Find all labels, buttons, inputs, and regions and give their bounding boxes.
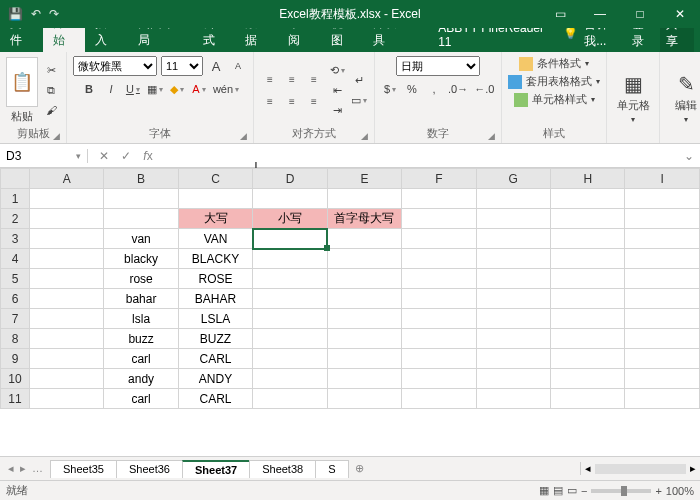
- worksheet-grid[interactable]: ABCDEFGHI12大写小写首字母大写3vanVAN4blackyBLACKY…: [0, 168, 700, 456]
- cell-A7[interactable]: [29, 309, 103, 329]
- format-painter-icon[interactable]: 🖌: [42, 101, 60, 119]
- cell-C3[interactable]: VAN: [178, 229, 252, 249]
- sheet-nav-first-icon[interactable]: ◂: [8, 462, 14, 475]
- sheet-tab-Sheet36[interactable]: Sheet36: [116, 460, 183, 478]
- cell-I1[interactable]: [625, 189, 700, 209]
- cell-G1[interactable]: [476, 189, 550, 209]
- hscroll-right-icon[interactable]: ▸: [690, 462, 696, 475]
- cell-A10[interactable]: [29, 369, 103, 389]
- cell-B9[interactable]: carl: [104, 349, 178, 369]
- cell-G8[interactable]: [476, 329, 550, 349]
- maximize-icon[interactable]: □: [620, 0, 660, 28]
- cell-D2[interactable]: 小写: [253, 209, 327, 229]
- row-header-9[interactable]: 9: [1, 349, 30, 369]
- indent-dec-icon[interactable]: ⇤: [328, 81, 346, 99]
- cell-B3[interactable]: van: [104, 229, 178, 249]
- align-center[interactable]: ≡: [282, 91, 302, 111]
- zoom-slider[interactable]: [591, 489, 651, 493]
- cell-E9[interactable]: [327, 349, 401, 369]
- cell-H3[interactable]: [551, 229, 625, 249]
- row-header-2[interactable]: 2: [1, 209, 30, 229]
- cell-D4[interactable]: [253, 249, 327, 269]
- currency-icon[interactable]: $: [381, 80, 399, 98]
- cell-F5[interactable]: [402, 269, 476, 289]
- launcher-clipboard[interactable]: ◢: [53, 131, 60, 141]
- phonetic-icon[interactable]: wén: [212, 80, 240, 98]
- italic-button[interactable]: I: [102, 80, 120, 98]
- cell-G2[interactable]: [476, 209, 550, 229]
- cell-E7[interactable]: [327, 309, 401, 329]
- cell-F11[interactable]: [402, 389, 476, 409]
- row-header-1[interactable]: 1: [1, 189, 30, 209]
- cell-D8[interactable]: [253, 329, 327, 349]
- cell-I2[interactable]: [625, 209, 700, 229]
- merge-icon[interactable]: ▭: [350, 91, 368, 109]
- name-box[interactable]: D3▾: [0, 149, 88, 163]
- cell-G5[interactable]: [476, 269, 550, 289]
- cell-A6[interactable]: [29, 289, 103, 309]
- col-header-H[interactable]: H: [551, 169, 625, 189]
- cell-I5[interactable]: [625, 269, 700, 289]
- row-header-10[interactable]: 10: [1, 369, 30, 389]
- cell-D1[interactable]: [253, 189, 327, 209]
- cell-F7[interactable]: [402, 309, 476, 329]
- cell-G9[interactable]: [476, 349, 550, 369]
- underline-button[interactable]: U: [124, 80, 142, 98]
- zoom-out-icon[interactable]: −: [581, 485, 587, 497]
- cell-B5[interactable]: rose: [104, 269, 178, 289]
- cell-A4[interactable]: [29, 249, 103, 269]
- cell-G11[interactable]: [476, 389, 550, 409]
- cell-D3[interactable]: [253, 229, 327, 249]
- sheet-tab-Sheet38[interactable]: Sheet38: [249, 460, 316, 478]
- cell-H1[interactable]: [551, 189, 625, 209]
- cell-G4[interactable]: [476, 249, 550, 269]
- cell-I7[interactable]: [625, 309, 700, 329]
- cell-A5[interactable]: [29, 269, 103, 289]
- cell-A11[interactable]: [29, 389, 103, 409]
- tellme-icon[interactable]: 💡: [563, 26, 578, 40]
- col-header-F[interactable]: F: [402, 169, 476, 189]
- table-format-button[interactable]: 套用表格格式▾: [508, 74, 600, 89]
- hscroll-track[interactable]: [595, 464, 686, 474]
- sheet-tab-Sheet37[interactable]: Sheet37: [182, 460, 250, 478]
- cell-H2[interactable]: [551, 209, 625, 229]
- indent-inc-icon[interactable]: ⇥: [328, 101, 346, 119]
- col-header-E[interactable]: E: [327, 169, 401, 189]
- shrink-font-icon[interactable]: A: [229, 57, 247, 75]
- cell-D10[interactable]: [253, 369, 327, 389]
- cell-H11[interactable]: [551, 389, 625, 409]
- cell-F3[interactable]: [402, 229, 476, 249]
- cell-A8[interactable]: [29, 329, 103, 349]
- cell-H6[interactable]: [551, 289, 625, 309]
- launcher-font[interactable]: ◢: [240, 131, 247, 141]
- col-header-I[interactable]: I: [625, 169, 700, 189]
- cell-C11[interactable]: CARL: [178, 389, 252, 409]
- cell-B11[interactable]: carl: [104, 389, 178, 409]
- cell-B4[interactable]: blacky: [104, 249, 178, 269]
- cell-H9[interactable]: [551, 349, 625, 369]
- cell-H4[interactable]: [551, 249, 625, 269]
- cell-B1[interactable]: [104, 189, 178, 209]
- cell-I4[interactable]: [625, 249, 700, 269]
- align-top[interactable]: ≡: [260, 69, 280, 89]
- font-size-select[interactable]: 11: [161, 56, 203, 76]
- cell-E11[interactable]: [327, 389, 401, 409]
- cell-C5[interactable]: ROSE: [178, 269, 252, 289]
- cell-G10[interactable]: [476, 369, 550, 389]
- close-icon[interactable]: ✕: [660, 0, 700, 28]
- hscroll-left-icon[interactable]: ◂: [585, 462, 591, 475]
- save-icon[interactable]: 💾: [8, 7, 23, 21]
- cond-format-button[interactable]: 条件格式▾: [519, 56, 589, 71]
- row-header-11[interactable]: 11: [1, 389, 30, 409]
- undo-icon[interactable]: ↶: [31, 7, 41, 21]
- number-format-select[interactable]: 日期: [396, 56, 480, 76]
- cell-C9[interactable]: CARL: [178, 349, 252, 369]
- col-header-D[interactable]: D: [253, 169, 327, 189]
- cell-C2[interactable]: 大写: [178, 209, 252, 229]
- cell-H7[interactable]: [551, 309, 625, 329]
- cell-F4[interactable]: [402, 249, 476, 269]
- sheet-tab-S[interactable]: S: [315, 460, 348, 478]
- cell-E6[interactable]: [327, 289, 401, 309]
- cell-F1[interactable]: [402, 189, 476, 209]
- bold-button[interactable]: B: [80, 80, 98, 98]
